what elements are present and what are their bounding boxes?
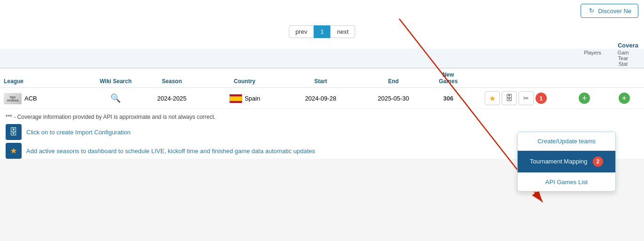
discover-btn-label: Discover Ne [598, 8, 631, 15]
start-col-header: Start [284, 69, 357, 88]
star-button[interactable]: ★ [485, 91, 500, 105]
new-games-cell: 306 [430, 88, 467, 109]
database-button[interactable]: 🗄 [502, 91, 517, 105]
tournament-mapping-item[interactable]: Tournament Mapping 2 [518, 151, 615, 173]
season-col-header: Season [139, 69, 205, 88]
tools-button[interactable]: ✂ [519, 91, 534, 105]
actions-col-header [467, 69, 565, 88]
league-logo-img: ligaendesa [4, 93, 22, 104]
coverage-note: *** - Coverage information provided by A… [6, 114, 638, 120]
league-col-header: League [0, 69, 93, 88]
players-data-col-header [565, 69, 604, 88]
wiki-search-cell[interactable]: 🔍 [93, 88, 139, 109]
season-value: 2024-2025 [157, 95, 186, 102]
scissors-icon: ✂ [523, 94, 529, 102]
spain-flag [229, 94, 242, 102]
add-players-button[interactable]: + [579, 93, 590, 104]
import-config-label: Click on to create Import Configuration [26, 129, 131, 136]
table-container: League Wiki Search Season Country Start … [0, 68, 644, 109]
league-cell: ligaendesa ACB [0, 88, 93, 109]
prev-page-button[interactable]: prev [289, 25, 314, 38]
top-bar: ↻ Discover Ne [0, 0, 644, 22]
start-date-cell: 2024-09-28 [284, 88, 357, 109]
coverage-subheader: Players Gam Tear Stat [0, 49, 644, 68]
badge-2: 2 [593, 156, 603, 167]
league-name: ACB [24, 95, 37, 102]
country-cell: Spain [205, 88, 284, 109]
country-name: Spain [245, 95, 260, 102]
add-games-button[interactable]: + [619, 93, 630, 104]
games-team-stats-col-header: Gam Tear Stat [608, 50, 638, 67]
wiki-search-icon[interactable]: 🔍 [110, 93, 121, 103]
action-buttons-cell: ★ 🗄 ✂ 1 [467, 88, 565, 109]
create-update-teams-item[interactable]: Create/Update teams [518, 132, 615, 151]
table-row: ligaendesa ACB 🔍 2024-2025 [0, 88, 644, 109]
players-add-cell[interactable]: + [565, 88, 604, 109]
table-header-row: League Wiki Search Season Country Start … [0, 69, 644, 88]
active-seasons-icon: ★ [6, 143, 22, 159]
country-flag-cell: Spain [209, 94, 280, 102]
new-games-value: 306 [443, 95, 453, 102]
games-data-col-header [605, 69, 644, 88]
end-col-header: End [357, 69, 430, 88]
next-page-button[interactable]: next [330, 25, 355, 38]
season-cell: 2024-2025 [139, 88, 205, 109]
api-games-list-item[interactable]: API Games List [518, 173, 615, 191]
leagues-table: League Wiki Search Season Country Start … [0, 69, 644, 109]
badge-1: 1 [535, 93, 547, 104]
country-col-header: Country [205, 69, 284, 88]
new-games-col-header: New Games [430, 69, 467, 88]
games-add-cell[interactable]: + [605, 88, 644, 109]
players-col-header: Players [577, 50, 608, 67]
import-config-icon: 🗄 [6, 124, 22, 140]
dropdown-popup: Create/Update teams Tournament Mapping 2… [517, 132, 616, 192]
active-seasons-label: Add active seasons to dashboard to sched… [26, 148, 315, 155]
pagination-row: prev 1 next [0, 22, 644, 41]
refresh-icon: ↻ [588, 7, 595, 15]
discover-new-button[interactable]: ↻ Discover Ne [581, 4, 638, 18]
wiki-search-col-header: Wiki Search [93, 69, 139, 88]
end-date-cell: 2025-05-30 [357, 88, 430, 109]
coverage-label: Covera [0, 41, 644, 49]
current-page-button[interactable]: 1 [314, 25, 330, 38]
